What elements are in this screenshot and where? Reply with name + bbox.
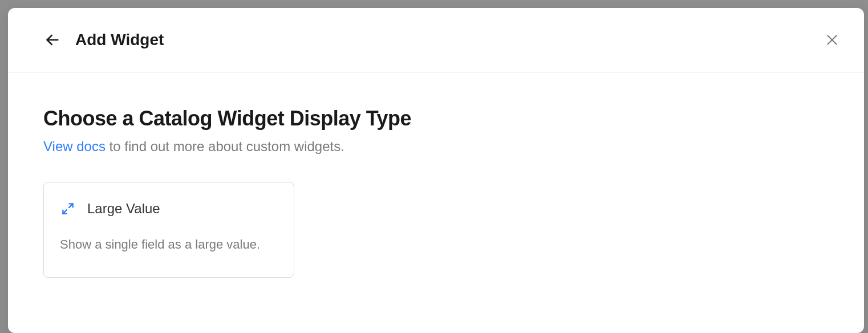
card-header: Large Value: [60, 201, 278, 217]
modal-title: Add Widget: [75, 31, 164, 49]
card-title: Large Value: [87, 201, 160, 217]
expand-icon: [60, 201, 76, 217]
modal-header: Add Widget: [8, 8, 864, 72]
widget-card-grid: Large Value Show a single field as a lar…: [43, 182, 829, 278]
back-button[interactable]: [43, 31, 62, 49]
modal-body: Choose a Catalog Widget Display Type Vie…: [8, 72, 864, 300]
section-subtext-rest: to find out more about custom widgets.: [106, 139, 344, 154]
close-button[interactable]: [823, 31, 841, 49]
section-heading: Choose a Catalog Widget Display Type: [43, 107, 829, 131]
arrow-left-icon: [44, 32, 60, 48]
add-widget-modal: Add Widget Choose a Catalog Widget Displ…: [8, 8, 864, 333]
close-icon: [825, 33, 839, 47]
section-subtext: View docs to find out more about custom …: [43, 139, 829, 155]
card-description: Show a single field as a large value.: [60, 235, 278, 254]
widget-card-large-value[interactable]: Large Value Show a single field as a lar…: [43, 182, 294, 278]
view-docs-link[interactable]: View docs: [43, 139, 106, 154]
